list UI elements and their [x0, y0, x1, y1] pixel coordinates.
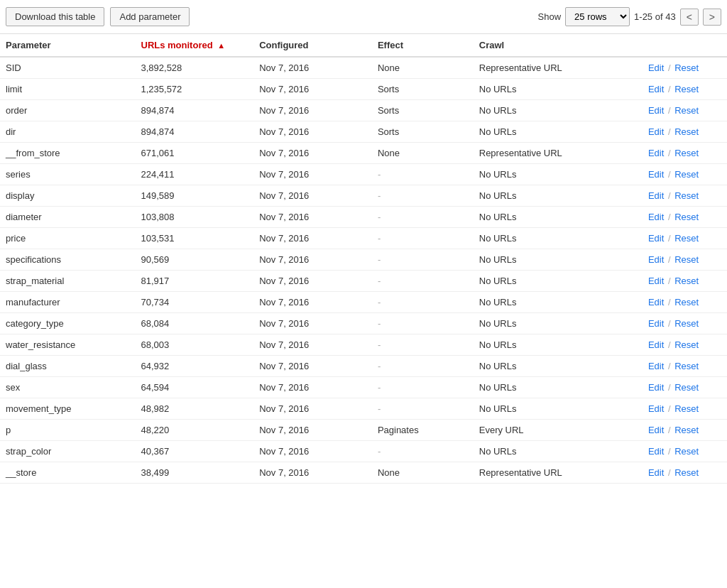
reset-link[interactable]: Reset	[674, 361, 699, 371]
cell-effect: -	[372, 398, 474, 420]
cell-urls: 894,874	[136, 121, 254, 143]
action-separator: /	[668, 403, 671, 414]
cell-actions: Edit / Reset	[643, 207, 727, 228]
cell-effect: None	[372, 462, 474, 484]
cell-effect: Paginates	[372, 420, 474, 441]
cell-urls: 64,594	[136, 377, 254, 398]
reset-link[interactable]: Reset	[674, 233, 699, 244]
cell-configured: Nov 7, 2016	[253, 292, 372, 313]
action-separator: /	[668, 318, 671, 329]
edit-link[interactable]: Edit	[648, 382, 664, 393]
cell-param: movement_type	[0, 398, 136, 420]
reset-link[interactable]: Reset	[674, 169, 699, 180]
cell-urls: 70,734	[136, 292, 254, 313]
action-separator: /	[668, 467, 671, 478]
reset-link[interactable]: Reset	[674, 276, 699, 286]
edit-link[interactable]: Edit	[648, 361, 664, 371]
cell-configured: Nov 7, 2016	[253, 57, 372, 79]
cell-effect: -	[372, 292, 474, 313]
action-separator: /	[668, 425, 671, 435]
edit-link[interactable]: Edit	[648, 467, 664, 478]
cell-crawl: No URLs	[474, 228, 643, 249]
cell-param: __from_store	[0, 143, 136, 164]
action-separator: /	[668, 62, 671, 73]
table-row: manufacturer 70,734 Nov 7, 2016 - No URL…	[0, 292, 727, 313]
edit-link[interactable]: Edit	[648, 169, 664, 180]
cell-configured: Nov 7, 2016	[253, 79, 372, 100]
edit-link[interactable]: Edit	[648, 148, 664, 158]
edit-link[interactable]: Edit	[648, 212, 664, 222]
reset-link[interactable]: Reset	[674, 105, 699, 116]
edit-link[interactable]: Edit	[648, 276, 664, 286]
cell-crawl: No URLs	[474, 164, 643, 185]
reset-link[interactable]: Reset	[674, 212, 699, 222]
cell-urls: 1,235,572	[136, 79, 254, 100]
cell-configured: Nov 7, 2016	[253, 334, 372, 356]
reset-link[interactable]: Reset	[674, 382, 699, 393]
col-header-configured[interactable]: Configured	[253, 34, 372, 57]
download-button[interactable]: Download this table	[6, 7, 104, 26]
col-header-crawl[interactable]: Crawl	[474, 34, 643, 57]
cell-effect: -	[372, 185, 474, 207]
reset-link[interactable]: Reset	[674, 62, 699, 73]
reset-link[interactable]: Reset	[674, 339, 699, 350]
reset-link[interactable]: Reset	[674, 254, 699, 265]
action-separator: /	[668, 382, 671, 393]
reset-link[interactable]: Reset	[674, 318, 699, 329]
action-separator: /	[668, 190, 671, 201]
cell-actions: Edit / Reset	[643, 249, 727, 271]
col-header-effect[interactable]: Effect	[372, 34, 474, 57]
reset-link[interactable]: Reset	[674, 84, 699, 94]
cell-crawl: No URLs	[474, 377, 643, 398]
cell-param: water_resistance	[0, 334, 136, 356]
cell-actions: Edit / Reset	[643, 334, 727, 356]
edit-link[interactable]: Edit	[648, 318, 664, 329]
cell-urls: 38,499	[136, 462, 254, 484]
edit-link[interactable]: Edit	[648, 105, 664, 116]
reset-link[interactable]: Reset	[674, 425, 699, 435]
action-separator: /	[668, 233, 671, 244]
cell-actions: Edit / Reset	[643, 185, 727, 207]
cell-actions: Edit / Reset	[643, 398, 727, 420]
cell-crawl: Every URL	[474, 420, 643, 441]
cell-configured: Nov 7, 2016	[253, 121, 372, 143]
edit-link[interactable]: Edit	[648, 233, 664, 244]
edit-link[interactable]: Edit	[648, 84, 664, 94]
cell-urls: 224,411	[136, 164, 254, 185]
cell-urls: 894,874	[136, 100, 254, 121]
reset-link[interactable]: Reset	[674, 403, 699, 414]
reset-link[interactable]: Reset	[674, 297, 699, 307]
edit-link[interactable]: Edit	[648, 62, 664, 73]
cell-effect: -	[372, 441, 474, 462]
edit-link[interactable]: Edit	[648, 254, 664, 265]
table-row: specifications 90,569 Nov 7, 2016 - No U…	[0, 249, 727, 271]
toolbar-right: Show 25 rows50 rows100 rows 1-25 of 43 <…	[538, 7, 721, 26]
add-parameter-button[interactable]: Add parameter	[110, 7, 190, 26]
reset-link[interactable]: Reset	[674, 126, 699, 137]
table-row: p 48,220 Nov 7, 2016 Paginates Every URL…	[0, 420, 727, 441]
cell-configured: Nov 7, 2016	[253, 249, 372, 271]
reset-link[interactable]: Reset	[674, 148, 699, 158]
action-separator: /	[668, 361, 671, 371]
next-page-button[interactable]: >	[703, 9, 721, 26]
edit-link[interactable]: Edit	[648, 297, 664, 307]
prev-page-button[interactable]: <	[680, 9, 699, 26]
cell-crawl: No URLs	[474, 249, 643, 271]
edit-link[interactable]: Edit	[648, 126, 664, 137]
edit-link[interactable]: Edit	[648, 446, 664, 457]
table-body: SID 3,892,528 Nov 7, 2016 None Represent…	[0, 57, 727, 484]
cell-param: strap_color	[0, 441, 136, 462]
edit-link[interactable]: Edit	[648, 403, 664, 414]
cell-urls: 48,982	[136, 398, 254, 420]
edit-link[interactable]: Edit	[648, 425, 664, 435]
col-header-parameter[interactable]: Parameter	[0, 34, 136, 57]
edit-link[interactable]: Edit	[648, 190, 664, 201]
action-separator: /	[668, 446, 671, 457]
reset-link[interactable]: Reset	[674, 467, 699, 478]
toolbar-left: Download this table Add parameter	[6, 7, 532, 26]
reset-link[interactable]: Reset	[674, 190, 699, 201]
col-header-urls-monitored[interactable]: URLs monitored ▲	[136, 34, 254, 57]
edit-link[interactable]: Edit	[648, 339, 664, 350]
reset-link[interactable]: Reset	[674, 446, 699, 457]
rows-select[interactable]: 25 rows50 rows100 rows	[565, 7, 630, 26]
